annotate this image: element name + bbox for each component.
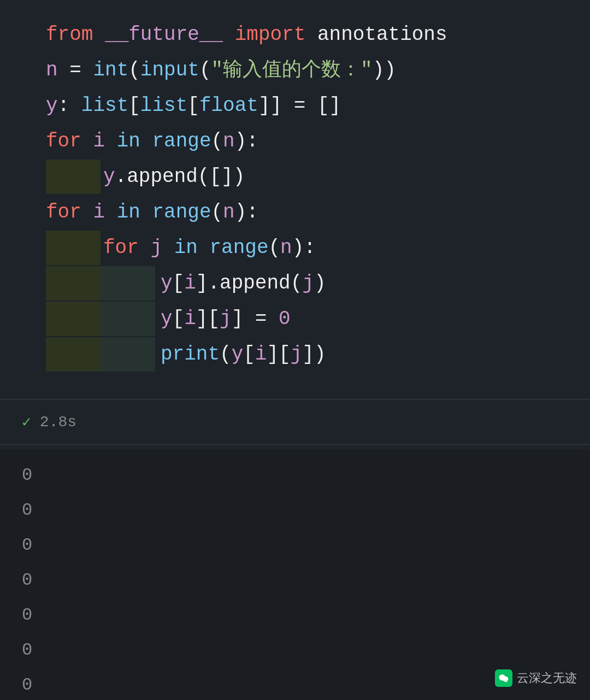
status-bar: ✓ 2.8s — [0, 404, 590, 440]
var-i2: i — [93, 195, 105, 230]
keyword-for3: for — [103, 231, 139, 265]
output-line-4: 0 — [22, 563, 568, 598]
code-line-6: for i in range ( n ): — [46, 195, 568, 230]
code-line-4: for i in range ( n ): — [46, 124, 568, 158]
var-y-ref1: y — [103, 160, 115, 194]
type-list2: list — [140, 89, 187, 123]
var-n-ref1: n — [223, 124, 235, 158]
var-j-ref1: j — [302, 266, 314, 301]
output-line-1: 0 — [22, 458, 568, 493]
string-literal: "输入值的个数：" — [211, 53, 372, 87]
code-line-3: y : list [ list [ float ]] = [] — [46, 89, 568, 123]
fn-range2: range — [152, 195, 211, 230]
var-y-ref2: y — [161, 266, 173, 301]
var-n-ref2: n — [223, 195, 235, 230]
var-j-ref2: j — [220, 302, 232, 336]
var-j: j — [150, 231, 162, 265]
fn-input: input — [140, 53, 199, 87]
check-icon: ✓ — [22, 413, 31, 431]
var-y-ref3: y — [161, 302, 173, 336]
code-editor: from __future__ import annotations n = i… — [0, 0, 590, 395]
code-line-10: print ( y [ i ][ j ]) — [46, 337, 568, 372]
output-line-5: 0 — [22, 598, 568, 633]
method-append2: append — [220, 266, 291, 301]
var-y: y — [46, 89, 58, 123]
section-divider — [0, 399, 590, 399]
var-i1: i — [93, 124, 105, 158]
literal-zero: 0 — [279, 302, 291, 336]
type-float: float — [199, 89, 258, 123]
var-i-ref3: i — [255, 337, 267, 372]
fn-print: print — [161, 337, 220, 372]
var-j-ref3: j — [291, 337, 303, 372]
code-line-8: y [ i ]. append ( j ) — [46, 266, 568, 301]
keyword-in3: in — [174, 231, 198, 265]
fn-range3: range — [209, 231, 268, 265]
module-name: __future__ — [105, 17, 223, 52]
output-divider — [0, 444, 590, 445]
output-line-7: 0 — [22, 668, 568, 700]
method-append1: append — [127, 160, 198, 194]
code-line-5: y . append ([]) — [46, 160, 568, 194]
code-line-7: for j in range ( n ): — [46, 231, 568, 265]
watermark: 云深之无迹 — [495, 669, 577, 687]
execution-time: 2.8s — [40, 414, 76, 431]
var-i-ref2: i — [184, 302, 196, 336]
var-n-ref3: n — [280, 231, 292, 265]
output-section: 0 0 0 0 0 0 0 0 0 — [0, 449, 590, 700]
keyword-import: import — [235, 17, 306, 52]
code-line-9: y [ i ][ j ] = 0 — [46, 302, 568, 336]
keyword-in1: in — [117, 124, 140, 158]
output-line-2: 0 — [22, 493, 568, 528]
output-line-6: 0 — [22, 633, 568, 668]
fn-range1: range — [152, 124, 211, 158]
fn-int: int — [93, 53, 128, 87]
keyword-for2: for — [46, 195, 81, 230]
var-n: n — [46, 53, 58, 87]
keyword-in2: in — [117, 195, 140, 230]
keyword-from: from — [46, 17, 93, 52]
import-value: annotations — [317, 17, 447, 52]
output-line-3: 0 — [22, 528, 568, 563]
keyword-for1: for — [46, 124, 81, 158]
type-list1: list — [81, 89, 128, 123]
wechat-icon — [495, 669, 512, 687]
var-y-ref4: y — [232, 337, 244, 372]
code-line-1: from __future__ import annotations — [46, 17, 568, 52]
var-i-ref1: i — [184, 266, 196, 301]
watermark-text: 云深之无迹 — [517, 670, 577, 686]
code-line-2: n = int ( input ( "输入值的个数：" )) — [46, 53, 568, 87]
